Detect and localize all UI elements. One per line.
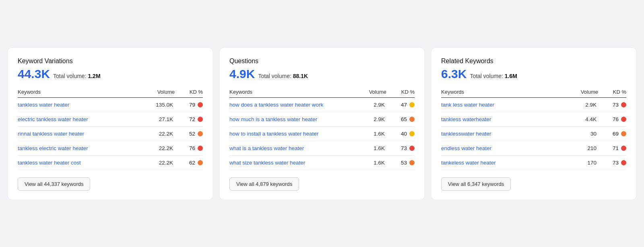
col-header-1: Volume: [354, 89, 386, 95]
keyword-link[interactable]: tank less water heater: [441, 102, 566, 108]
kd-dot-red: [621, 102, 626, 107]
keyword-link[interactable]: tankeless water heater: [441, 160, 566, 166]
stat-count: 4.9K: [229, 67, 255, 81]
col-header-2: KD %: [175, 89, 203, 95]
cell-kd: 73: [598, 102, 626, 108]
cell-kd: 53: [386, 160, 415, 166]
col-header-1: Volume: [142, 89, 175, 95]
kd-dot-red: [409, 146, 415, 151]
table-header: KeywordsVolumeKD %: [18, 89, 203, 98]
view-all-button[interactable]: View all 4,879 keywords: [229, 177, 299, 191]
col-header-0: Keywords: [441, 89, 566, 95]
cell-volume: 27.1K: [142, 116, 175, 122]
kd-value: 73: [401, 145, 407, 151]
kd-dot-orange: [409, 117, 415, 122]
kd-value: 53: [401, 160, 407, 166]
kd-value: 73: [613, 102, 619, 108]
cell-volume: 22.2K: [142, 160, 175, 166]
keyword-link[interactable]: rinnai tankless water heater: [18, 131, 142, 137]
col-header-2: KD %: [386, 89, 415, 95]
keyword-link[interactable]: how to install a tankless water heater: [229, 131, 354, 137]
kd-value: 71: [613, 145, 619, 151]
panel-stat: 6.3KTotal volume: 1.6M: [441, 67, 626, 81]
kd-dot-red: [621, 146, 626, 151]
kd-value: 76: [613, 116, 619, 122]
kd-dot-yellow: [409, 102, 415, 107]
table-row: how does a tankless water heater work2.9…: [229, 98, 415, 112]
kd-value: 76: [189, 145, 195, 151]
panel-title: Keyword Variations: [18, 58, 203, 65]
stat-volume: Total volume: 1.6M: [470, 73, 517, 79]
keyword-link[interactable]: endless water heater: [441, 145, 566, 151]
kd-dot-red: [198, 146, 203, 151]
rows-container: tankless water heater135.0K79electric ta…: [18, 98, 203, 170]
cell-kd: 79: [175, 102, 203, 108]
keyword-link[interactable]: tankless waterheater: [441, 116, 566, 122]
keyword-link[interactable]: what is a tankless water heater: [229, 145, 354, 151]
cell-volume: 1.6K: [354, 160, 386, 166]
table-row: tanklesswater heater3069: [441, 127, 626, 141]
table-row: rinnai tankless water heater22.2K52: [18, 127, 203, 141]
table-row: endless water heater21071: [441, 141, 626, 156]
table-row: what is a tankless water heater1.6K73: [229, 141, 415, 156]
table-row: electric tankless water heater27.1K72: [18, 112, 203, 127]
keyword-link[interactable]: what size tankless water heater: [229, 160, 354, 166]
cell-kd: 69: [598, 131, 626, 137]
kd-dot-red: [621, 160, 626, 165]
table-header: KeywordsVolumeKD %: [441, 89, 626, 98]
stat-count: 44.3K: [18, 67, 50, 81]
cell-kd: 65: [386, 116, 415, 122]
kd-dot-red: [198, 117, 203, 122]
cell-volume: 2.9K: [354, 102, 386, 108]
keyword-link[interactable]: tanklesswater heater: [441, 131, 566, 137]
panel-title: Related Keywords: [441, 58, 626, 65]
kd-value: 62: [189, 160, 195, 166]
col-header-0: Keywords: [18, 89, 142, 95]
keyword-link[interactable]: tankless water heater cost: [18, 160, 142, 166]
cell-kd: 72: [175, 116, 203, 122]
cell-kd: 76: [598, 116, 626, 122]
panel-related-keywords: Related Keywords6.3KTotal volume: 1.6MKe…: [431, 48, 636, 200]
cell-volume: 30: [566, 131, 598, 137]
cell-volume: 210: [566, 145, 598, 151]
keyword-link[interactable]: how does a tankless water heater work: [229, 102, 354, 108]
cell-kd: 76: [175, 145, 203, 151]
kd-value: 52: [189, 131, 195, 137]
rows-container: how does a tankless water heater work2.9…: [229, 98, 415, 170]
keyword-link[interactable]: how much is a tankless water heater: [229, 116, 354, 122]
cell-kd: 52: [175, 131, 203, 137]
cell-volume: 4.4K: [566, 116, 598, 122]
cell-kd: 73: [598, 160, 626, 166]
rows-container: tank less water heater2.9K73tankless wat…: [441, 98, 626, 170]
panel-title: Questions: [229, 58, 415, 65]
kd-value: 72: [189, 116, 195, 122]
cell-volume: 170: [566, 160, 598, 166]
table-row: tankeless water heater17073: [441, 156, 626, 170]
kd-dot-orange: [198, 160, 203, 165]
cell-kd: 47: [386, 102, 415, 108]
table-row: tankless water heater cost22.2K62: [18, 156, 203, 170]
table-row: tankless electric water heater22.2K76: [18, 141, 203, 156]
cell-kd: 40: [386, 131, 415, 137]
panel-stat: 44.3KTotal volume: 1.2M: [18, 67, 203, 81]
table-header: KeywordsVolumeKD %: [229, 89, 415, 98]
kd-dot-orange: [409, 160, 415, 165]
kd-value: 65: [401, 116, 407, 122]
panel-questions: Questions4.9KTotal volume: 88.1KKeywords…: [220, 48, 424, 200]
cell-kd: 62: [175, 160, 203, 166]
kd-dot-red: [621, 117, 626, 122]
table-row: what size tankless water heater1.6K53: [229, 156, 415, 170]
kd-value: 73: [613, 160, 619, 166]
cell-volume: 1.6K: [354, 131, 386, 137]
kd-dot-red: [198, 102, 203, 107]
keyword-link[interactable]: tankless water heater: [18, 102, 142, 108]
keyword-link[interactable]: electric tankless water heater: [18, 116, 142, 122]
col-header-0: Keywords: [229, 89, 354, 95]
table-row: tank less water heater2.9K73: [441, 98, 626, 112]
view-all-button[interactable]: View all 6,347 keywords: [441, 177, 511, 191]
table-row: tankless water heater135.0K79: [18, 98, 203, 112]
keyword-link[interactable]: tankless electric water heater: [18, 145, 142, 151]
cell-volume: 22.2K: [142, 131, 175, 137]
view-all-button[interactable]: View all 44,337 keywords: [18, 177, 90, 191]
stat-volume: Total volume: 1.2M: [53, 73, 101, 79]
